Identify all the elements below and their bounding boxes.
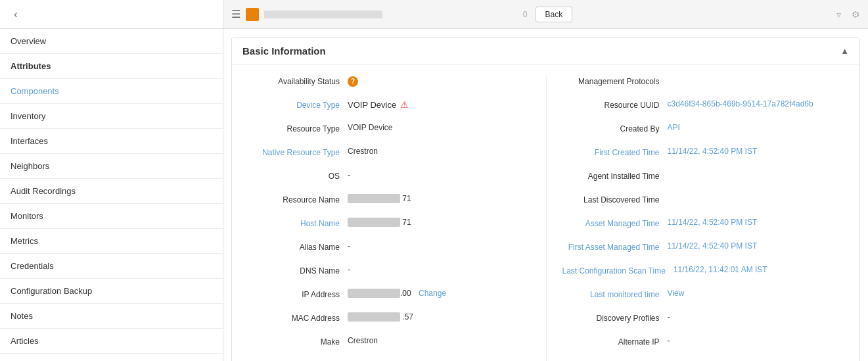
blurred-value: [348, 194, 400, 203]
sidebar-item-overview[interactable]: Overview: [0, 29, 223, 54]
info-label: Discovery Profiles: [562, 312, 668, 323]
info-label: IP Address: [242, 289, 348, 299]
orange-box-icon: [246, 8, 259, 21]
basic-information-section: Basic Information ▲ Availability Status?…: [231, 37, 860, 361]
info-label: Native Resource Type: [242, 147, 348, 157]
breadcrumb: [264, 10, 518, 19]
blurred-value: [348, 312, 400, 322]
info-left: Availability Status?Device TypeVOIP Devi…: [242, 76, 546, 361]
info-value: Crestron: [348, 336, 530, 345]
help-icon: ?: [348, 76, 358, 87]
info-row: OS-: [242, 170, 530, 186]
blurred-value: [348, 218, 400, 227]
back-button[interactable]: Back: [536, 7, 573, 22]
sidebar-item-notes[interactable]: Notes: [0, 304, 223, 329]
info-row: MakeCrestron: [242, 336, 530, 352]
info-row: Host Name 71: [242, 218, 530, 233]
info-label: Host Name: [242, 218, 348, 228]
main-content: ☰ 0 Back ▿ ⚙ Basic Information ▲ Availab…: [223, 0, 868, 361]
error-icon: ⚠: [400, 99, 409, 110]
sidebar-item-articles[interactable]: Articles: [0, 329, 223, 354]
info-label: Created By: [562, 123, 668, 133]
info-row: First Created Time11/14/22, 4:52:40 PM I…: [562, 147, 850, 162]
info-row: IP Address .00 Change: [242, 289, 530, 304]
info-label: Alternate IP: [562, 336, 668, 347]
info-label: Last monitored time: [562, 289, 668, 299]
info-row: Discovery Profiles-: [562, 312, 850, 328]
sidebar-item-audit-recordings[interactable]: Audit Recordings: [0, 179, 223, 204]
info-grid: Availability Status?Device TypeVOIP Devi…: [232, 65, 859, 361]
info-value: 71: [348, 194, 530, 203]
info-value[interactable]: 11/14/22, 4:52:40 PM IST: [668, 218, 850, 227]
section-collapse-button[interactable]: ▲: [840, 46, 849, 56]
info-value: VOIP Device: [348, 123, 530, 132]
info-label: Resource Name: [242, 194, 348, 205]
info-value: -: [668, 312, 850, 322]
sidebar-header: ‹: [0, 0, 223, 29]
info-value: .57: [348, 312, 530, 322]
section-header: Basic Information ▲: [232, 37, 859, 65]
info-value: VOIP Device⚠: [348, 99, 409, 110]
info-value: 71: [348, 218, 530, 227]
content-area: Basic Information ▲ Availability Status?…: [223, 29, 868, 361]
info-value: -: [348, 170, 530, 180]
change-link[interactable]: Change: [419, 289, 446, 298]
section-title: Basic Information: [242, 45, 326, 57]
sidebar-item-configuration-backup[interactable]: Configuration Backup: [0, 279, 223, 304]
info-label: Resource UUID: [562, 99, 668, 110]
sidebar-item-attributes[interactable]: Attributes: [0, 54, 223, 79]
info-row: MAC Address .57: [242, 312, 530, 328]
info-label: Device Type: [242, 99, 348, 110]
info-row: Alias Name-: [242, 241, 530, 257]
info-value[interactable]: c3d46f34-865b-469b-9514-17a782f4ad6b: [668, 99, 850, 108]
info-row: Availability Status?: [242, 76, 530, 91]
info-label: Asset Managed Time: [562, 218, 668, 228]
info-right: Management ProtocolsResource UUIDc3d46f3…: [546, 76, 850, 361]
device-type-value: VOIP Device: [348, 100, 396, 110]
info-label: Last Discovered Time: [562, 194, 668, 205]
sidebar: ‹ OverviewAttributesComponentsInventoryI…: [0, 0, 223, 361]
info-label: Resource Type: [242, 123, 348, 133]
info-label: Last Configuration Scan Time: [562, 265, 674, 276]
info-row: Alternate IP-: [562, 336, 850, 352]
sidebar-item-inventory[interactable]: Inventory: [0, 104, 223, 129]
menu-icon[interactable]: ☰: [231, 8, 240, 20]
sidebar-item-neighbors[interactable]: Neighbors: [0, 154, 223, 179]
info-label: Availability Status: [242, 76, 348, 86]
info-label: Make: [242, 336, 348, 347]
filter-icon[interactable]: ▿: [836, 9, 841, 20]
sidebar-item-credentials[interactable]: Credentials: [0, 254, 223, 279]
sidebar-nav: OverviewAttributesComponentsInventoryInt…: [0, 29, 223, 361]
top-bar: ☰ 0 Back ▿ ⚙: [223, 0, 868, 29]
info-row: Asset Managed Time11/14/22, 4:52:40 PM I…: [562, 218, 850, 233]
sidebar-item-interfaces[interactable]: Interfaces: [0, 129, 223, 154]
sidebar-item-components[interactable]: Components: [0, 79, 223, 104]
info-value[interactable]: 11/14/22, 4:52:40 PM IST: [668, 241, 850, 251]
info-label: Alias Name: [242, 241, 348, 252]
info-label: Management Protocols: [562, 76, 668, 86]
info-row: Device TypeVOIP Device⚠: [242, 99, 530, 115]
info-value: Crestron: [348, 147, 530, 156]
info-value[interactable]: View: [668, 289, 850, 298]
info-row: Created ByAPI: [562, 123, 850, 139]
info-row: Agent Installed Time: [562, 170, 850, 186]
sidebar-item-metrics[interactable]: Metrics: [0, 229, 223, 254]
info-value: -: [668, 336, 850, 345]
info-row: DNS Name-: [242, 265, 530, 281]
sidebar-item-monitors[interactable]: Monitors: [0, 204, 223, 229]
info-row: Last Configuration Scan Time11/16/22, 11…: [562, 265, 850, 281]
gear-icon[interactable]: ⚙: [852, 9, 860, 20]
info-value[interactable]: 11/16/22, 11:42:01 AM IST: [674, 265, 849, 274]
sidebar-back-button[interactable]: ‹: [8, 7, 24, 22]
info-value: -: [348, 265, 530, 274]
breadcrumb-count: 0: [523, 10, 528, 19]
info-value: ?: [348, 76, 358, 87]
info-row: Resource TypeVOIP Device: [242, 123, 530, 139]
info-row: Resource Name 71: [242, 194, 530, 210]
info-value: .00 Change: [348, 289, 530, 298]
info-value[interactable]: 11/14/22, 4:52:40 PM IST: [668, 147, 850, 156]
info-value: -: [348, 241, 530, 251]
info-label: First Asset Managed Time: [562, 241, 668, 252]
info-value[interactable]: API: [668, 123, 850, 132]
info-row: Management Protocols: [562, 76, 850, 91]
